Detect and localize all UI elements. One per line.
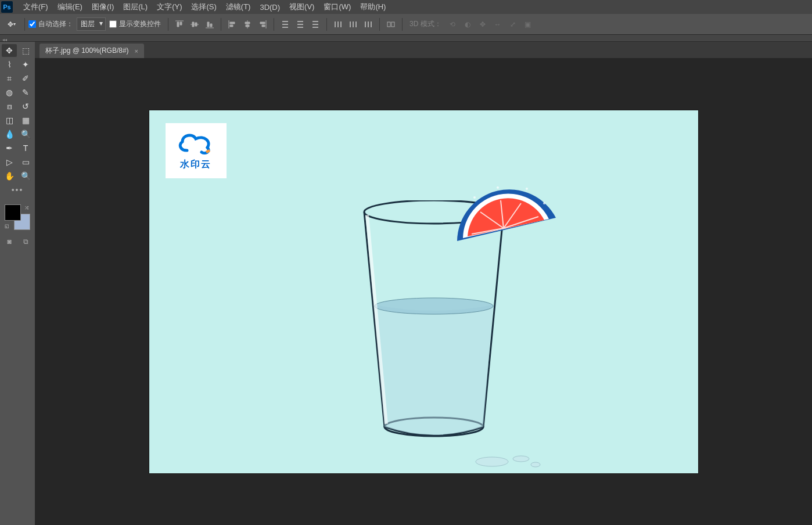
align-top-icon[interactable] (173, 17, 186, 31)
path-select-tool[interactable]: ▷ (2, 156, 17, 168)
menu-image[interactable]: 图像(I) (87, 0, 118, 14)
screen-mode-icon[interactable]: ⧉ (18, 236, 33, 247)
menu-filter[interactable]: 滤镜(T) (221, 0, 256, 14)
svg-point-29 (497, 186, 499, 189)
menu-type[interactable]: 文字(Y) (152, 0, 186, 14)
show-transform-input[interactable] (109, 20, 117, 28)
clone-stamp-tool[interactable]: ⧈ (2, 100, 17, 113)
spot-heal-tool[interactable]: ◍ (2, 86, 17, 99)
svg-rect-2 (282, 27, 288, 28)
crop-tool[interactable]: ⌗ (2, 72, 17, 85)
history-brush-tool[interactable]: ↺ (18, 100, 33, 113)
svg-rect-8 (312, 27, 318, 28)
document-tab-title: 杯子.jpg @ 100%(RGB/8#) (45, 46, 129, 56)
distribute-left-icon[interactable] (331, 17, 345, 31)
color-swatches[interactable]: ⤭ ◱ (5, 204, 30, 230)
hand-tool[interactable]: ✋ (2, 170, 17, 182)
quick-mask-icon[interactable]: ◙ (2, 236, 17, 247)
distribute-top-icon[interactable] (278, 17, 292, 31)
separator (168, 18, 168, 31)
swap-colors-icon[interactable]: ⤭ (24, 204, 29, 211)
separator (274, 18, 274, 31)
marquee-tool[interactable]: ⬚ (18, 44, 33, 57)
foreground-color[interactable] (5, 204, 21, 221)
menu-edit[interactable]: 编辑(E) (53, 0, 87, 14)
auto-select-checkbox[interactable]: 自动选择： (28, 19, 73, 29)
3d-orbit-icon: ⟲ (445, 17, 459, 31)
workspace: ✥⬚ ⌇✦ ⌗✐ ◍✎ ⧈↺ ◫▦ 💧🔍 ✒T ▷▭ ✋🔍 ••• ⤭ ◱ ◙ … (0, 42, 812, 525)
zoom-tool[interactable]: 🔍 (18, 170, 33, 182)
menu-bar: Ps 文件(F) 编辑(E) 图像(I) 图层(L) 文字(Y) 选择(S) 滤… (0, 0, 812, 14)
svg-rect-19 (391, 22, 394, 27)
canvas-area[interactable]: 水印云 (35, 58, 812, 525)
svg-rect-10 (337, 21, 339, 27)
eraser-tool[interactable]: ◫ (2, 114, 17, 127)
move-tool[interactable]: ✥ (2, 44, 17, 57)
close-tab-icon[interactable]: × (135, 48, 138, 55)
menu-view[interactable]: 视图(V) (285, 0, 319, 14)
svg-point-31 (543, 202, 545, 204)
svg-rect-16 (368, 21, 369, 27)
svg-rect-4 (297, 24, 303, 25)
svg-point-34 (531, 462, 540, 467)
distribute-hcenter-icon[interactable] (346, 17, 360, 31)
align-vcenter-icon[interactable] (188, 17, 202, 31)
shape-tool[interactable]: ▭ (18, 156, 33, 168)
3d-pan-icon: ✥ (476, 17, 490, 31)
app-icon: Ps (1, 1, 13, 13)
panel-dock-strip[interactable] (0, 35, 812, 42)
cloud-icon (175, 130, 216, 156)
layer-dropdown[interactable]: 图层 (77, 17, 106, 31)
document-tab[interactable]: 杯子.jpg @ 100%(RGB/8#) × (39, 44, 144, 58)
menu-select[interactable]: 选择(S) (186, 0, 221, 14)
menu-help[interactable]: 帮助(H) (355, 0, 390, 14)
svg-point-33 (513, 456, 529, 462)
brush-tool[interactable]: ✎ (18, 86, 33, 99)
align-left-icon[interactable] (225, 17, 239, 31)
show-transform-checkbox[interactable]: 显示变换控件 (109, 19, 161, 29)
align-hcenter-icon[interactable] (240, 17, 254, 31)
svg-rect-13 (353, 21, 354, 27)
lasso-tool[interactable]: ⌇ (2, 58, 17, 71)
svg-rect-9 (335, 21, 336, 27)
menu-layer[interactable]: 图层(L) (118, 0, 152, 14)
distribute-vcenter-icon[interactable] (293, 17, 307, 31)
3d-roll-icon: ◐ (461, 17, 475, 31)
distribute-right-icon[interactable] (361, 17, 375, 31)
svg-rect-1 (282, 24, 288, 25)
default-colors-icon[interactable]: ◱ (5, 224, 9, 229)
glass-illustration (347, 189, 533, 468)
3d-scale-icon: ⤢ (506, 17, 520, 31)
edit-toolbar-button[interactable]: ••• (10, 184, 25, 196)
auto-select-label: 自动选择： (38, 19, 73, 29)
type-tool[interactable]: T (18, 142, 33, 154)
document-artboard[interactable]: 水印云 (149, 110, 698, 473)
move-tool-icon[interactable]: ✥▾ (5, 17, 19, 31)
svg-rect-0 (282, 21, 288, 22)
dodge-tool[interactable]: 🔍 (18, 128, 33, 141)
separator (379, 18, 380, 31)
pen-tool[interactable]: ✒ (2, 142, 17, 154)
blur-tool[interactable]: 💧 (2, 128, 17, 141)
svg-rect-15 (365, 21, 366, 27)
document-tab-bar: 杯子.jpg @ 100%(RGB/8#) × (35, 42, 812, 58)
align-bottom-icon[interactable] (203, 17, 217, 31)
svg-point-30 (526, 188, 528, 190)
svg-rect-11 (340, 21, 342, 27)
canvas-panel: 杯子.jpg @ 100%(RGB/8#) × 水印云 (35, 42, 812, 525)
distribute-bottom-icon[interactable] (308, 17, 322, 31)
svg-rect-17 (371, 21, 372, 27)
gradient-tool[interactable]: ▦ (18, 114, 33, 127)
svg-rect-14 (355, 21, 357, 27)
menu-window[interactable]: 窗口(W) (319, 0, 355, 14)
auto-select-input[interactable] (28, 20, 36, 28)
menu-file[interactable]: 文件(F) (19, 0, 53, 14)
align-right-icon[interactable] (256, 17, 270, 31)
eyedropper-tool[interactable]: ✐ (18, 72, 33, 85)
magic-wand-tool[interactable]: ✦ (18, 58, 33, 71)
auto-align-icon[interactable] (384, 17, 398, 31)
svg-rect-18 (387, 22, 390, 27)
menu-3d[interactable]: 3D(D) (255, 0, 285, 14)
separator (221, 18, 221, 31)
3d-slide-icon: ↔ (491, 17, 505, 31)
